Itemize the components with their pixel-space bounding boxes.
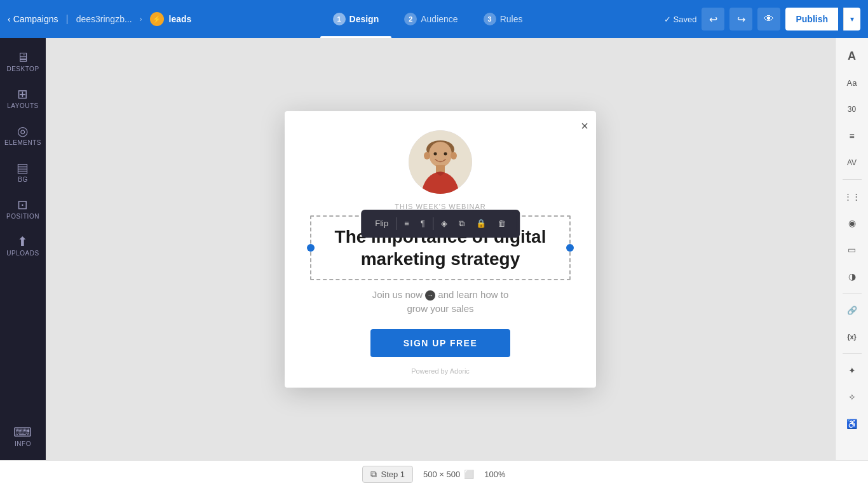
toolbar-lock-button[interactable]: 🔒 — [471, 215, 491, 231]
right-tool-accessibility[interactable]: ♿ — [838, 411, 866, 437]
right-tool-border[interactable]: ▭ — [838, 237, 866, 262]
sidebar-item-desktop[interactable]: 🖥 Desktop — [0, 44, 46, 79]
sidebar-layouts-label: Layouts — [7, 102, 38, 109]
tab-rules-label: Rules — [500, 14, 523, 24]
sidebar-elements-label: Elements — [4, 139, 41, 146]
tab-design[interactable]: 1 Design — [320, 0, 392, 38]
avatar-circle — [409, 130, 472, 194]
popup-close-button[interactable]: × — [581, 119, 588, 133]
desktop-icon: 🖥 — [17, 51, 30, 64]
resize-handle-right[interactable] — [566, 244, 574, 252]
tab-rules-num: 3 — [484, 13, 496, 25]
right-sidebar-divider-3 — [843, 353, 862, 354]
toolbar-separator-2 — [433, 217, 433, 230]
account-breadcrumb[interactable]: dees3ringzb... — [76, 14, 132, 24]
saved-status: ✓ Saved — [664, 15, 697, 24]
back-to-campaigns[interactable]: ‹ Campaigns — [8, 14, 58, 24]
saved-label: Saved — [674, 15, 697, 24]
campaign-badge-icon: ⚡ — [150, 12, 164, 26]
svg-point-3 — [424, 152, 430, 159]
avatar-illustration — [409, 130, 472, 194]
campaigns-link[interactable]: Campaigns — [13, 14, 58, 24]
right-tool-font-size[interactable]: Aa — [838, 70, 866, 95]
right-tool-opacity[interactable]: ◑ — [838, 264, 866, 289]
campaign-name[interactable]: leads — [169, 14, 192, 24]
right-tool-line-spacing[interactable]: ≡ — [838, 123, 866, 149]
tab-audience[interactable]: 2 Audience — [391, 0, 470, 38]
layouts-icon: ⊞ — [17, 88, 29, 100]
sidebar-position-label: Position — [6, 213, 39, 220]
toolbar-align-button[interactable]: ≡ — [399, 215, 414, 231]
right-tool-shadow[interactable]: ◉ — [838, 210, 866, 236]
subtext: Join us now → and learn how togrow your … — [285, 288, 596, 316]
toolbar-delete-button[interactable]: 🗑 — [492, 215, 511, 231]
preview-button[interactable]: 👁 — [757, 8, 780, 30]
right-tool-kerning[interactable]: AV — [838, 150, 866, 175]
right-sidebar-divider-1 — [843, 179, 862, 180]
uploads-icon: ⬆ — [17, 235, 29, 248]
tab-design-label: Design — [349, 14, 379, 24]
sidebar-item-info[interactable]: ⌨ Info — [0, 419, 46, 454]
sidebar-item-position[interactable]: ⊡ Position — [0, 192, 46, 226]
toolbar-separator-1 — [396, 217, 397, 230]
saved-check-icon: ✓ — [664, 15, 671, 24]
sidebar-item-elements[interactable]: ◎ Elements — [0, 118, 46, 152]
breadcrumb-arrow: › — [140, 15, 142, 24]
tab-audience-label: Audience — [421, 14, 458, 24]
bg-icon: ▤ — [17, 161, 29, 174]
tab-audience-num: 2 — [404, 13, 417, 25]
sidebar-uploads-label: Uploads — [6, 250, 39, 257]
canvas-area[interactable]: × — [46, 38, 835, 460]
svg-point-6 — [444, 152, 447, 155]
elements-icon: ◎ — [17, 125, 29, 137]
sidebar-item-bg[interactable]: ▤ BG — [0, 155, 46, 189]
toolbar-duplicate-button[interactable]: ⧉ — [454, 215, 470, 232]
right-sidebar: A Aa 30 ≡ AV ⋮⋮ ◉ ▭ ◑ 🔗 {x} ✦ ✧ ♿ — [835, 38, 868, 460]
nav-tabs: 1 Design 2 Audience 3 Rules — [196, 0, 658, 38]
nav-right-actions: ✓ Saved ↩ ↪ 👁 Publish ▾ — [664, 8, 860, 30]
right-sidebar-divider-2 — [843, 293, 862, 294]
sidebar-item-uploads[interactable]: ⬆ Uploads — [0, 229, 46, 263]
zoom-level[interactable]: 100% — [484, 470, 505, 479]
sidebar-desktop-label: Desktop — [6, 65, 39, 72]
right-tool-effects[interactable]: ✦ — [838, 358, 866, 383]
svg-point-4 — [451, 152, 457, 159]
svg-point-5 — [434, 152, 437, 155]
avatar-section — [285, 111, 596, 194]
right-tool-link[interactable]: 🔗 — [838, 297, 866, 323]
info-icon: ⌨ — [13, 426, 32, 438]
publish-button[interactable]: Publish — [785, 8, 838, 30]
toolbar-textdir-button[interactable]: ¶ — [416, 215, 430, 231]
popup-card: × — [285, 111, 596, 388]
position-icon: ⊡ — [17, 198, 29, 211]
sidebar-item-layouts[interactable]: ⊞ Layouts — [0, 81, 46, 116]
publish-dropdown-button[interactable]: ▾ — [843, 8, 860, 30]
right-tool-font-a[interactable]: A — [838, 43, 866, 69]
svg-point-2 — [429, 142, 452, 167]
back-arrow-icon: ‹ — [8, 14, 11, 24]
tab-rules[interactable]: 3 Rules — [471, 0, 536, 38]
step-indicator[interactable]: ⧉ Step 1 — [362, 466, 413, 483]
redo-button[interactable]: ↪ — [729, 8, 752, 30]
tab-design-num: 1 — [333, 13, 346, 25]
resize-handle-left[interactable] — [307, 244, 315, 252]
breadcrumb-separator: | — [66, 13, 69, 25]
right-tool-pattern[interactable]: ⋮⋮ — [838, 184, 866, 209]
right-tool-magic[interactable]: ✧ — [838, 384, 866, 410]
sidebar-bg-label: BG — [18, 176, 27, 183]
undo-button[interactable]: ↩ — [702, 8, 724, 30]
step-icon: ⧉ — [370, 469, 377, 480]
toolbar-flip-button[interactable]: Flip — [370, 215, 393, 231]
right-tool-variables[interactable]: {x} — [838, 324, 866, 349]
cta-button[interactable]: SIGN UP FREE — [370, 329, 510, 357]
bottom-bar: ⧉ Step 1 500 × 500 ⬜ 100% — [0, 460, 868, 488]
top-navigation: ‹ Campaigns | dees3ringzb... › ⚡ leads 1… — [0, 0, 868, 38]
main-layout: 🖥 Desktop ⊞ Layouts ◎ Elements ▤ BG ⊡ Po… — [0, 38, 868, 460]
canvas-dimensions: 500 × 500 ⬜ — [423, 470, 474, 479]
arrow-icon: → — [425, 290, 435, 301]
toolbar-layers-button[interactable]: ◈ — [436, 215, 452, 231]
step-label: Step 1 — [381, 470, 405, 479]
right-tool-line-height[interactable]: 30 — [838, 97, 866, 122]
sidebar-info-label: Info — [15, 440, 31, 447]
powered-by-text: Powered by Adoric — [285, 367, 596, 375]
